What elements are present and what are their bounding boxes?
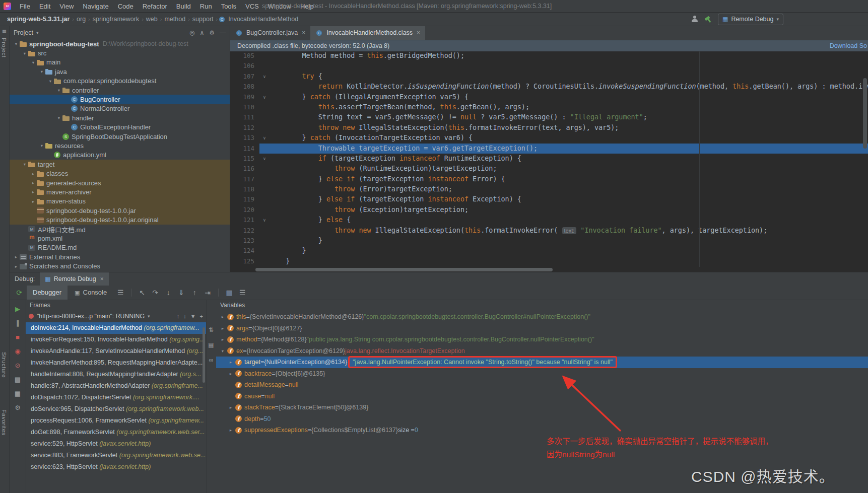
chevron-right-icon[interactable]: ▸ xyxy=(219,314,226,319)
line-number[interactable]: 124 xyxy=(230,246,259,256)
code-line[interactable]: 112 throw new IllegalStateException(this… xyxy=(230,123,868,133)
menu-build[interactable]: Build xyxy=(172,3,195,10)
variable-row[interactable]: fdetailMessage = null xyxy=(216,379,868,391)
thread-dump-icon[interactable]: ▤ xyxy=(15,376,21,383)
tool-button-project[interactable]: Project xyxy=(1,38,7,57)
code-line[interactable]: 111 String text = var5.getMessage() != n… xyxy=(230,112,868,122)
build-hammer-icon[interactable] xyxy=(704,16,712,23)
variable-row[interactable]: ▸fsuppressedExceptions = {Collections$Em… xyxy=(216,425,868,436)
tree-row[interactable]: ▸External Libraries xyxy=(10,252,230,261)
line-number[interactable]: 121 xyxy=(230,215,259,225)
tree-row[interactable]: ▾springboot-debug-testD:\Work\springboot… xyxy=(10,39,230,48)
tab-console[interactable]: ▣ Console xyxy=(69,286,113,300)
debugger-settings-icon[interactable]: ⚙ xyxy=(15,404,21,411)
fold-icon[interactable]: ∨ xyxy=(259,133,270,143)
tree-row[interactable]: ▾target xyxy=(10,160,230,169)
line-number[interactable]: 114 xyxy=(230,144,259,154)
line-number[interactable]: 106 xyxy=(230,61,259,71)
chevron-right-icon[interactable]: ▸ xyxy=(227,360,234,365)
hide-panel-icon[interactable]: — xyxy=(220,29,226,36)
line-number[interactable]: 115 xyxy=(230,154,259,164)
close-icon[interactable]: × xyxy=(302,29,305,36)
tree-row[interactable]: ▾main xyxy=(10,58,230,67)
code-line[interactable]: 122 throw new IllegalStateException(this… xyxy=(230,226,868,236)
chevron-down-icon[interactable]: ▾ xyxy=(219,348,226,354)
run-config-select[interactable]: ▦ Remote Debug ▾ xyxy=(718,14,783,25)
fold-icon[interactable]: ∨ xyxy=(259,154,270,164)
chevron-down-icon[interactable]: ▾ xyxy=(47,79,54,84)
chevron-right-icon[interactable]: ▸ xyxy=(13,264,20,269)
tree-row[interactable]: README.md xyxy=(10,243,230,252)
chevron-right-icon[interactable]: ▸ xyxy=(13,254,20,259)
variable-row[interactable]: fcause = null xyxy=(216,391,868,402)
line-number[interactable]: 122 xyxy=(230,226,259,236)
frame-row[interactable]: doInvoke:214, InvocableHandlerMethod (or… xyxy=(26,322,206,334)
frame-row[interactable]: handle:87, AbstractHandlerMethodAdapter … xyxy=(26,380,206,392)
layout-table-icon[interactable]: ▦ xyxy=(223,289,236,297)
breadcrumb-item[interactable]: web xyxy=(144,16,160,23)
line-number[interactable]: 107 xyxy=(230,72,259,82)
tool-button-favorites[interactable]: Favorites xyxy=(1,409,7,436)
close-icon[interactable]: × xyxy=(417,29,420,36)
line-number[interactable]: 110 xyxy=(230,102,259,112)
tree-row[interactable]: GlobalExceptionHandler xyxy=(10,123,230,132)
chevron-right-icon[interactable]: ▸ xyxy=(30,199,37,204)
menu-view[interactable]: View xyxy=(55,3,78,10)
menu-refactor[interactable]: Refactor xyxy=(138,3,172,10)
resume-icon[interactable]: ▶ xyxy=(15,305,20,313)
thread-selector[interactable]: "http-nio-8080-ex...p "main": RUNNING ▾ … xyxy=(26,310,206,322)
menu-code[interactable]: Code xyxy=(113,3,138,10)
variable-row[interactable]: ▸fmethod = {Method@6128} "public java.la… xyxy=(216,334,868,345)
filter-frames-icon[interactable]: ▼ xyxy=(190,313,196,319)
line-number[interactable]: 112 xyxy=(230,123,259,133)
breadcrumb-item[interactable]: support xyxy=(190,16,216,23)
code-line[interactable]: 117 } else if (targetException instanceo… xyxy=(230,174,868,184)
editor-tab[interactable]: InvocableHandlerMethod.class× xyxy=(310,26,425,40)
tree-row[interactable]: ▾com.cpolar.springbootdebugtest xyxy=(10,77,230,86)
user-avatar-icon[interactable] xyxy=(691,16,698,23)
tree-row[interactable]: ▾resources xyxy=(10,141,230,150)
tree-row[interactable]: ▾handler xyxy=(10,113,230,122)
tree-row[interactable]: application.yml xyxy=(10,151,230,160)
tree-row[interactable]: ▸generated-sources xyxy=(10,178,230,187)
tree-row[interactable]: ▾java xyxy=(10,67,230,76)
breadcrumb-item[interactable]: InvocableHandlerMethod xyxy=(226,16,300,23)
line-number[interactable]: 105 xyxy=(230,51,259,61)
view-breakpoints-icon[interactable]: ◉ xyxy=(15,347,20,355)
mute-breakpoints-icon[interactable]: ⊘ xyxy=(15,362,21,369)
breadcrumb-item[interactable]: springframework xyxy=(91,16,141,23)
variable-row[interactable]: fdepth = 50 xyxy=(216,413,868,425)
line-number[interactable]: 118 xyxy=(230,184,259,194)
frame-previous-icon[interactable]: ↑ xyxy=(177,313,180,319)
code-line[interactable]: 109∨ } catch (IllegalArgumentException v… xyxy=(230,92,868,102)
code-line[interactable]: 120 throw (Exception)targetException; xyxy=(230,205,868,215)
code-line[interactable]: 115∨ if (targetException instanceof Runt… xyxy=(230,154,868,164)
tree-row[interactable]: ▾src xyxy=(10,48,230,57)
frames-view-icon[interactable]: ▤ xyxy=(208,341,214,348)
frame-row[interactable]: invokeAndHandle:117, ServletInvocableHan… xyxy=(26,345,206,357)
tree-row[interactable]: ▸maven-archiver xyxy=(10,187,230,196)
tab-debugger[interactable]: Debugger xyxy=(27,286,68,300)
threads-view-icon[interactable]: ⇅ xyxy=(209,326,214,333)
step-out-icon[interactable]: ↑ xyxy=(188,289,201,297)
code-line[interactable]: 106 xyxy=(230,61,868,71)
rerun-debug-icon[interactable]: ⟳ xyxy=(13,289,26,297)
breadcrumb-item[interactable]: org xyxy=(75,16,88,23)
editor-horizontal-scrollbar[interactable] xyxy=(255,268,553,271)
variable-row[interactable]: ▸fthis = {ServletInvocableHandlerMethod@… xyxy=(216,311,868,323)
code-line[interactable]: 110 this.assertTargetBean(method, this.g… xyxy=(230,102,868,112)
code-line[interactable]: 114 Throwable targetException = var6.get… xyxy=(230,144,868,154)
pause-icon[interactable]: ∥ xyxy=(16,319,20,327)
layout-settings-icon[interactable]: ☰ xyxy=(236,289,249,297)
chevron-down-icon[interactable]: ▾ xyxy=(13,41,20,46)
chevron-down-icon[interactable]: ▾ xyxy=(55,88,62,93)
frame-row[interactable]: doDispatch:1072, DispatcherServlet (org.… xyxy=(26,392,206,403)
chevron-down-icon[interactable]: ▾ xyxy=(21,51,28,56)
step-into-icon[interactable]: ↓ xyxy=(162,289,175,297)
chevron-right-icon[interactable]: ▸ xyxy=(30,180,37,185)
frame-next-icon[interactable]: ↓ xyxy=(183,313,186,319)
tree-row[interactable]: SpringBootDebugTestApplication xyxy=(10,132,230,141)
variable-row[interactable]: ▾fex = {InvocationTargetException@6129} … xyxy=(216,345,868,357)
menu-run[interactable]: Run xyxy=(195,3,217,10)
fold-icon[interactable]: ∨ xyxy=(259,72,270,82)
